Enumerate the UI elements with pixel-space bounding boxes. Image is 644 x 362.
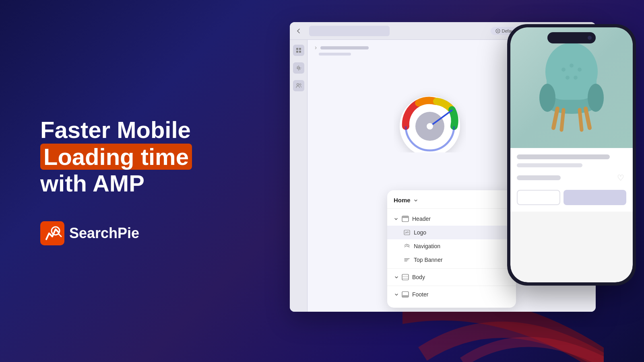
- sidebar-icon-users[interactable]: [293, 80, 304, 91]
- navigation-icon: [403, 243, 411, 250]
- sidebar-icon-settings[interactable]: [293, 62, 304, 74]
- body-label: Body: [412, 274, 425, 280]
- svg-line-34: [561, 110, 564, 130]
- top-banner-label: Top Banner: [414, 257, 443, 263]
- browser-url-bar[interactable]: [309, 26, 390, 36]
- top-banner-icon: [403, 256, 411, 263]
- body-expand-icon: [394, 275, 398, 280]
- headline-highlight: Loading time: [40, 144, 192, 170]
- svg-point-10: [299, 84, 301, 85]
- header-label: Header: [412, 216, 431, 222]
- phone-product-image: [510, 27, 633, 148]
- headline-line3: with AMP: [40, 170, 233, 197]
- collapse-icon: [314, 46, 318, 50]
- svg-rect-6: [296, 51, 298, 53]
- svg-point-37: [570, 64, 574, 68]
- tree-section-header[interactable]: Header: [387, 212, 516, 226]
- brand-name: SearchPie: [69, 225, 139, 242]
- browser-sidebar: [290, 40, 308, 312]
- svg-rect-21: [402, 274, 409, 280]
- product-subtitle-bar: [517, 163, 582, 167]
- tree-title-bar: [320, 46, 369, 49]
- header-expand-icon: [394, 216, 398, 221]
- tree-item-logo[interactable]: Logo: [387, 226, 516, 239]
- right-content-area: Default Default product: [282, 0, 644, 362]
- brand-icon: [40, 221, 64, 245]
- phone-screen: ♡: [510, 27, 633, 282]
- svg-point-40: [574, 76, 578, 80]
- left-content-area: Faster Mobile Loading time with AMP Sear…: [40, 117, 233, 245]
- tree-item-top-banner[interactable]: Top Banner: [387, 253, 516, 267]
- browser-back-button[interactable]: [295, 27, 303, 35]
- svg-point-36: [561, 68, 566, 72]
- svg-rect-7: [299, 51, 301, 53]
- phone-notch: [547, 32, 596, 43]
- headline-line1: Faster Mobile: [40, 117, 233, 144]
- svg-point-39: [566, 76, 570, 80]
- home-label: Home: [394, 197, 411, 204]
- svg-line-35: [580, 110, 582, 130]
- footer-expand-icon: [394, 292, 398, 297]
- home-chevron-icon: [413, 197, 419, 203]
- header-section-icon: [402, 215, 409, 222]
- svg-point-30: [539, 84, 555, 112]
- svg-rect-5: [299, 48, 301, 50]
- svg-line-33: [586, 109, 590, 128]
- phone-outline-button[interactable]: [517, 190, 560, 205]
- svg-rect-4: [296, 48, 298, 50]
- footer-section-icon: [402, 291, 409, 298]
- svg-point-38: [578, 68, 582, 72]
- phone-camera: [588, 36, 592, 40]
- heart-icon[interactable]: ♡: [615, 172, 626, 183]
- body-section-icon: [402, 274, 409, 281]
- svg-rect-25: [402, 295, 409, 297]
- tree-section-footer[interactable]: Footer: [387, 288, 516, 301]
- product-price-row: ♡: [517, 172, 626, 183]
- product-price-bar: [517, 175, 561, 180]
- logo-label: Logo: [414, 229, 426, 236]
- navigation-label: Navigation: [414, 243, 440, 249]
- performance-gauge: [394, 88, 466, 152]
- product-title-bar: [517, 154, 610, 159]
- tree-subtitle-bar: [319, 53, 351, 56]
- gauge-widget: [394, 88, 466, 154]
- divider-2: [387, 286, 516, 286]
- headline: Faster Mobile Loading time with AMP: [40, 117, 233, 197]
- phone-filled-button[interactable]: [564, 190, 626, 205]
- tree-home-header: Home: [387, 197, 516, 209]
- svg-rect-16: [402, 216, 409, 218]
- svg-line-32: [553, 109, 557, 128]
- svg-point-9: [297, 84, 299, 86]
- phone-product-info: ♡: [510, 148, 633, 212]
- brand-logo: SearchPie: [40, 221, 233, 245]
- sidebar-icon-1[interactable]: [293, 45, 304, 56]
- logo-icon: [403, 229, 411, 236]
- svg-point-31: [588, 84, 604, 112]
- phone-mockup: ♡: [507, 24, 636, 286]
- phone-button-row: [517, 190, 626, 205]
- footer-label: Footer: [412, 291, 428, 298]
- tree-item-navigation[interactable]: Navigation: [387, 239, 516, 253]
- headline-line2: Loading time: [40, 144, 233, 171]
- divider-1: [387, 268, 516, 269]
- svg-point-14: [427, 123, 433, 130]
- tree-section-body[interactable]: Body: [387, 270, 516, 284]
- tree-nav-panel: Home Header: [387, 190, 516, 308]
- chair-illustration: [527, 39, 616, 136]
